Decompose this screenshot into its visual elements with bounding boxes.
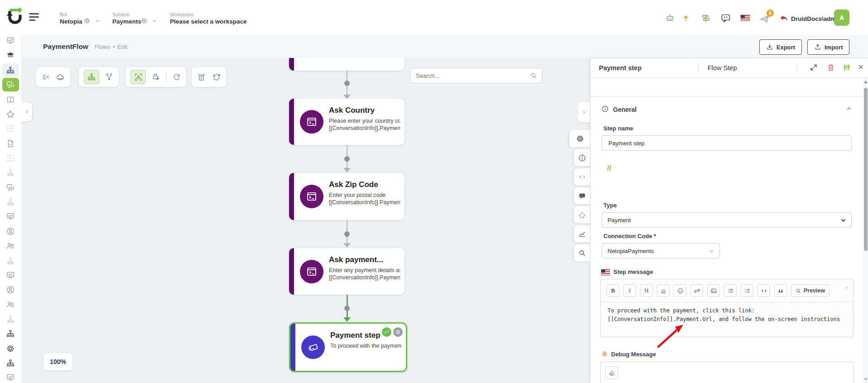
sidebar-item-training[interactable] bbox=[5, 50, 15, 60]
scrollbar-thumb[interactable] bbox=[864, 88, 868, 251]
trash-icon[interactable] bbox=[827, 63, 835, 72]
debug-message-editor[interactable] bbox=[600, 362, 854, 383]
flow-node-ask-payment[interactable]: Ask payment... Enter any payment details… bbox=[289, 248, 405, 295]
tool-tab-info-icon[interactable] bbox=[574, 149, 590, 166]
right-panel-expander[interactable] bbox=[578, 102, 590, 122]
tool-tab-gear-icon[interactable] bbox=[569, 130, 590, 147]
sidebar-item-reports[interactable] bbox=[5, 139, 15, 148]
collapse-list-icon[interactable] bbox=[41, 72, 50, 81]
left-panel-expander[interactable] bbox=[21, 102, 32, 121]
tool-tab-intents-icon[interactable] bbox=[574, 206, 590, 223]
us-flag-icon[interactable] bbox=[741, 15, 750, 21]
sidebar-item-profile[interactable] bbox=[5, 226, 15, 236]
sidebar-item-intents[interactable] bbox=[5, 109, 15, 119]
flow-node-partial[interactable] bbox=[289, 58, 405, 71]
publish-up-arrow-icon[interactable] bbox=[681, 13, 691, 23]
solution-value[interactable]: Payments bbox=[112, 18, 141, 25]
message-text-line-2[interactable]: [[ConversationInfo]].Payment.Url, and fo… bbox=[601, 315, 853, 324]
import-button[interactable]: Import bbox=[807, 39, 849, 55]
bot-settings-gear-icon[interactable] bbox=[83, 17, 91, 24]
heading-button[interactable]: H bbox=[640, 284, 653, 297]
sidebar-item-hierarchy-2[interactable] bbox=[5, 358, 15, 368]
robot-icon[interactable] bbox=[665, 13, 675, 23]
message-language-flag-icon[interactable] bbox=[601, 269, 610, 275]
export-button[interactable]: Export bbox=[759, 39, 802, 55]
step-name-input[interactable] bbox=[608, 139, 846, 147]
sidebar-item-org-4[interactable] bbox=[5, 314, 15, 324]
bot-value[interactable]: Netopia bbox=[60, 18, 82, 25]
code-button[interactable] bbox=[757, 284, 770, 297]
workspace-chevron-down-icon[interactable] bbox=[237, 18, 244, 24]
cloud-network-icon[interactable] bbox=[56, 72, 65, 82]
sidebar-item-org[interactable] bbox=[5, 168, 15, 177]
sidebar-item-conversations-active[interactable] bbox=[5, 80, 15, 90]
sidebar-item-flows[interactable] bbox=[5, 65, 15, 75]
ordered-list-button[interactable] bbox=[741, 284, 753, 297]
editor-expand-icon[interactable] bbox=[843, 286, 849, 292]
flow-node-ask-country[interactable]: Ask Country Please enter your country co… bbox=[289, 99, 405, 145]
sidebar-item-presentation-3[interactable] bbox=[5, 373, 15, 383]
branch-layout-icon[interactable] bbox=[105, 72, 114, 81]
sidebar-item-hierarchy[interactable] bbox=[5, 329, 15, 339]
tool-tab-chat-icon[interactable] bbox=[574, 187, 590, 204]
quote-button[interactable] bbox=[774, 284, 787, 297]
focus-frame-icon[interactable] bbox=[130, 70, 146, 84]
refresh-icon[interactable] bbox=[172, 72, 181, 81]
unordered-list-button[interactable] bbox=[724, 284, 737, 297]
link-badge-icon[interactable] bbox=[382, 327, 391, 337]
link-button[interactable] bbox=[690, 284, 703, 297]
solution-chevron-down-icon[interactable] bbox=[151, 18, 158, 24]
workspace-value[interactable]: Please select a workspace bbox=[170, 18, 247, 25]
flow-node-ask-zip-code[interactable]: Ask Zip Code Enter your postal code [[Co… bbox=[289, 173, 405, 220]
solution-settings-gear-icon[interactable] bbox=[140, 17, 148, 24]
search-icon[interactable] bbox=[530, 72, 537, 79]
image-button[interactable] bbox=[707, 284, 720, 297]
sidebar-item-audience-2[interactable] bbox=[5, 300, 15, 310]
sidebar-item-settings[interactable] bbox=[5, 344, 15, 354]
sidebar-item-apps[interactable] bbox=[5, 124, 15, 134]
chat-quote-icon[interactable] bbox=[720, 13, 731, 24]
tree-layout-icon[interactable] bbox=[84, 70, 99, 84]
expand-panel-icon[interactable] bbox=[810, 63, 818, 72]
bold-button[interactable]: B bbox=[607, 284, 619, 297]
notification-badge[interactable]: 5 bbox=[767, 10, 774, 17]
eraser-button[interactable] bbox=[657, 284, 670, 297]
sidebar-item-profile-2[interactable] bbox=[5, 285, 15, 295]
bot-chevron-down-icon[interactable] bbox=[94, 18, 101, 24]
avatar[interactable]: A bbox=[834, 10, 849, 26]
tool-tab-search-icon[interactable] bbox=[574, 244, 590, 261]
sidebar-item-presentation[interactable] bbox=[5, 211, 15, 221]
connection-code-select[interactable]: NetopiaPayments bbox=[602, 243, 720, 259]
search-input[interactable] bbox=[415, 72, 530, 80]
panel-scrollbar[interactable] bbox=[863, 78, 868, 383]
sidebar-item-apps-2[interactable] bbox=[5, 153, 15, 163]
signpost-icon[interactable] bbox=[700, 13, 711, 24]
preview-button[interactable]: Preview bbox=[791, 284, 829, 297]
save-icon[interactable] bbox=[843, 63, 851, 72]
sidebar-item-org-2[interactable] bbox=[5, 197, 15, 207]
sidebar-item-presentation-2[interactable] bbox=[5, 270, 15, 280]
tool-tab-code-icon[interactable] bbox=[574, 168, 590, 185]
tool-tab-analytics-icon[interactable] bbox=[574, 225, 590, 242]
gear-badge-icon[interactable] bbox=[393, 327, 403, 337]
tab-payment-step[interactable]: Payment step bbox=[599, 64, 641, 72]
italic-button[interactable]: I bbox=[623, 284, 636, 297]
debug-eraser-button[interactable] bbox=[605, 366, 618, 379]
type-select[interactable]: Payment bbox=[602, 212, 852, 228]
sidebar-item-dashboard[interactable] bbox=[5, 36, 15, 46]
comment-toggle[interactable]: // bbox=[607, 164, 611, 172]
sidebar-item-audience[interactable] bbox=[5, 241, 15, 251]
add-node-icon[interactable] bbox=[197, 72, 206, 82]
message-text-line-1[interactable]: To proceed with the payment, click this … bbox=[601, 302, 853, 315]
scroll-down-arrow[interactable] bbox=[864, 378, 868, 381]
scroll-up-arrow[interactable] bbox=[864, 81, 868, 83]
sidebar-item-knowledge[interactable] bbox=[5, 95, 15, 105]
print-edit-icon[interactable] bbox=[151, 72, 161, 82]
breadcrumb-flows[interactable]: Flows bbox=[95, 43, 110, 50]
redo-icon[interactable] bbox=[212, 72, 221, 82]
sidebar-item-chats[interactable] bbox=[5, 182, 15, 192]
sidebar-item-org-3[interactable] bbox=[5, 256, 15, 266]
reply-icon[interactable] bbox=[778, 13, 789, 24]
step-name-field[interactable] bbox=[602, 135, 852, 151]
breadcrumb-edit[interactable]: Edit bbox=[117, 43, 127, 50]
